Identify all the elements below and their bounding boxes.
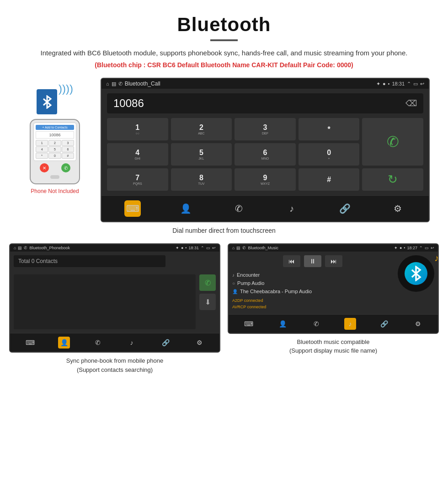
nav-calls-icon[interactable]: ✆ [230,200,247,217]
music-time: 18:27 [407,246,417,250]
key-1[interactable]: 1○○ [107,118,168,140]
music-back-icon: ↩ [431,246,434,250]
pb-expand-icon: ⌃ [201,246,204,250]
key-7[interactable]: 7PQRS [107,168,168,191]
key-4[interactable]: 4GHI [107,143,168,166]
music-nav-contacts[interactable]: 👤 [277,318,288,330]
page-description: Integrated with BC6 Bluetooth module, su… [27,48,421,59]
download-contacts-btn[interactable]: ⬇ [199,294,216,310]
pb-nav-link[interactable]: 🔗 [160,337,171,349]
music-caption: Bluetooth music compatible (Support disp… [289,338,377,355]
music-doc-icon: ▤ [236,246,240,250]
phonebook-search-box[interactable]: Total 0 Contacts [14,255,165,267]
phone-mockup: + Add to Contacts 10086 1 2 3 4 5 6 * 0 … [30,119,80,184]
a2dp-status: A2DP connected [232,297,393,304]
phone-screen: + Add to Contacts 10086 1 2 3 4 5 6 * 0 … [33,123,76,161]
phonebook-main: ✆ ⬇ [14,274,216,329]
music-content: ⏮ ⏸ ⏭ ♪ Encounter ○ Pump Audio 👤 The [229,252,438,314]
time-display: 18:31 [392,81,405,86]
phonebook-list [14,274,196,329]
music-statusbar-left: ⌂ ▤ ✆ Bluetooth_Music [232,246,278,250]
nav-link-icon[interactable]: 🔗 [336,200,353,217]
prev-btn[interactable]: ⏮ [283,255,300,267]
bottom-screens: ⌂ ▤ ✆ Bluetooth_Phonebook ✦ ● • 18:31 ⌃ … [0,243,448,374]
total-contacts-label: Total 0 Contacts [18,258,58,264]
music-nav-settings[interactable]: ⚙ [412,318,424,330]
call-button[interactable]: ✆ [362,118,423,166]
car-dialer: 10086 ⌫ 1○○ 2ABC 3DEF * ✆ 4GHI 5JKL 6MNO… [101,89,429,195]
dial-statusbar: ⌂ ▤ ✆ Bluetooth_Call ✦ ● • 18:31 ⌃ ▭ ↩ [101,79,429,89]
track2: ○ Pump Audio [232,279,393,287]
call-contact-btn[interactable]: ✆ [199,274,216,291]
pb-signal-icon: ● [181,246,183,250]
track1: ♪ Encounter [232,271,393,279]
home-icon: ⌂ [106,81,109,86]
dot-icon: • [388,81,390,86]
page-header: Bluetooth Integrated with BC6 Bluetooth … [0,0,448,73]
phone-aside: )))) + Add to Contacts 10086 1 2 3 4 5 6… [18,78,91,194]
pb-nav-contacts[interactable]: 👤 [58,337,70,349]
music-nav-keypad[interactable]: ⌨ [243,318,255,330]
music-notes-icon: ♪ [434,253,439,263]
pb-phone-icon: ✆ [24,246,27,250]
key-5[interactable]: 5JKL [171,143,232,166]
key-8[interactable]: 8TUV [171,168,232,191]
key-3[interactable]: 3DEF [235,118,296,140]
music-home-icon: ⌂ [232,246,235,250]
phone-key: 4 [36,146,48,152]
nav-music-icon[interactable]: ♪ [283,200,300,217]
dialed-number: 10086 [113,97,144,110]
phone-number-display: 10086 [36,131,74,139]
key-6[interactable]: 6MNO [235,143,296,166]
key-0[interactable]: 0+ [299,143,360,166]
vinyl-bt-logo [405,262,427,285]
backspace-icon[interactable]: ⌫ [405,98,417,108]
dial-caption: Dial number direct from touchscreen [0,227,448,234]
phone-call-btn: ✆ [61,163,70,172]
nav-contacts-icon[interactable]: 👤 [177,200,194,217]
window-icon: ▭ [413,81,418,87]
vinyl-background [398,255,434,292]
track3: 👤 The Cheebacabra - Pump Audio [232,287,393,295]
music-connected: A2DP connected AVRCP connected [232,295,393,311]
pb-time: 18:31 [188,246,199,250]
nav-settings-icon[interactable]: ⚙ [389,200,406,217]
phonebook-caption: Sync phone-book from mobile phone (Suppo… [66,356,163,374]
phone-icon: ✆ [118,81,123,87]
pb-statusbar-right: ✦ ● • 18:31 ⌃ ▭ ↩ [176,246,216,250]
page-title: Bluetooth [27,14,421,36]
title-divider [210,39,238,41]
music-nav-calls[interactable]: ✆ [310,318,322,330]
music-bottom-nav: ⌨ 👤 ✆ ♪ 🔗 ⚙ [229,314,438,333]
key-2[interactable]: 2ABC [171,118,232,140]
dialer-input: 10086 ⌫ [107,93,423,113]
key-hash[interactable]: # [299,168,360,191]
pb-nav-music[interactable]: ♪ [126,337,138,349]
next-btn[interactable]: ⏭ [325,255,342,267]
phone-not-included-label: Phone Not Included [31,188,79,194]
music-nav-music[interactable]: ♪ [344,318,356,330]
key-9[interactable]: 9WXYZ [235,168,296,191]
music-dot-icon: • [404,246,405,250]
pb-nav-keypad[interactable]: ⌨ [24,337,36,349]
key-star[interactable]: * [299,118,360,140]
pb-nav-calls[interactable]: ✆ [92,337,104,349]
dial-bottom-nav: ⌨ 👤 ✆ ♪ 🔗 ⚙ [101,195,429,221]
music-controls: ⏮ ⏸ ⏭ [232,255,393,267]
track1-icon: ♪ [232,273,235,278]
phone-key: 5 [48,146,61,152]
bluetooth-icon-area: )))) [37,82,73,114]
phone-key: 1 [36,140,48,146]
signal-icon: ● [383,81,386,86]
phone-key: * [36,153,48,159]
pb-back-icon: ↩ [212,246,216,250]
pb-nav-settings[interactable]: ⚙ [193,337,205,349]
nav-keypad-icon[interactable]: ⌨ [124,200,141,217]
pb-home-icon: ⌂ [14,246,16,250]
phonebook-content: Total 0 Contacts ✆ ⬇ [10,252,219,333]
play-pause-btn[interactable]: ⏸ [304,255,321,267]
phonebook-screen-wrap: ⌂ ▤ ✆ Bluetooth_Phonebook ✦ ● • 18:31 ⌃ … [9,243,220,374]
redial-button[interactable]: ↻ [362,168,423,191]
dial-screen-wrapper: ⌂ ▤ ✆ Bluetooth_Call ✦ ● • 18:31 ⌃ ▭ ↩ [101,78,430,222]
music-nav-link[interactable]: 🔗 [378,318,390,330]
